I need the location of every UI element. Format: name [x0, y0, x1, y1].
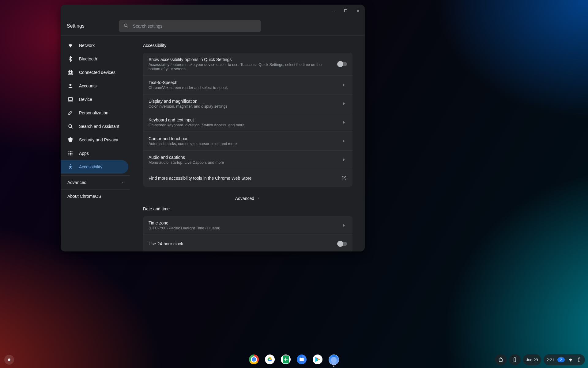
close-button[interactable]: [354, 6, 362, 15]
svg-point-15: [71, 154, 72, 155]
row-keyboard-text-input[interactable]: Keyboard and text input On-screen keyboa…: [143, 113, 352, 132]
sidebar-about-label: About ChromeOS: [67, 194, 101, 199]
section-title-accessibility: Accessibility: [143, 43, 352, 48]
app-settings[interactable]: [329, 355, 339, 365]
row-primary: Show accessibility options in Quick Sett…: [149, 57, 334, 62]
battery-icon: [576, 357, 582, 362]
tray-phone-hub-button[interactable]: [509, 354, 521, 365]
chevron-right-icon: [341, 101, 347, 107]
row-audio-captions[interactable]: Audio and captions Mono audio, startup, …: [143, 150, 352, 169]
sidebar-item-apps[interactable]: Apps: [61, 147, 128, 160]
chevron-right-icon: [341, 82, 347, 88]
row-chrome-web-store-link[interactable]: Find more accessibility tools in the Chr…: [143, 169, 352, 187]
chevron-right-icon: [341, 222, 347, 228]
row-secondary: On-screen keyboard, dictation, Switch Ac…: [149, 123, 244, 127]
tray-status-area[interactable]: 2:21 2: [544, 354, 585, 365]
advanced-label: Advanced: [235, 196, 254, 201]
accessibility-icon: [67, 164, 74, 170]
row-primary: Keyboard and text input: [149, 117, 244, 122]
system-tray: Jun 29 2:21 2: [495, 354, 585, 365]
row-time-zone[interactable]: Time zone (UTC-7:00) Pacific Daylight Ti…: [143, 216, 352, 235]
shelf-apps: [249, 355, 339, 365]
shield-icon: [67, 137, 74, 143]
page-title: Settings: [67, 23, 85, 29]
sidebar-item-label: Connected devices: [79, 70, 115, 75]
sidebar-advanced-toggle[interactable]: Advanced: [61, 175, 130, 189]
sidebar-item-search-assistant[interactable]: Search and Assistant: [61, 120, 128, 133]
svg-rect-17: [499, 359, 502, 362]
apps-icon: [67, 150, 74, 156]
brush-icon: [67, 110, 74, 116]
sidebar-item-personalization[interactable]: Personalization: [61, 106, 128, 120]
row-24-hour-clock: Use 24-hour clock: [143, 235, 352, 251]
svg-rect-19: [578, 358, 580, 362]
search-box[interactable]: [119, 20, 261, 32]
app-chrome[interactable]: [249, 355, 259, 364]
minimize-button[interactable]: [329, 6, 338, 15]
search-icon: [123, 23, 129, 29]
svg-rect-2: [70, 70, 72, 74]
sidebar-item-accounts[interactable]: Accounts: [61, 79, 128, 93]
app-play-store[interactable]: [313, 355, 322, 364]
bluetooth-icon: [67, 56, 74, 62]
sidebar-item-device[interactable]: Device: [61, 93, 128, 106]
sidebar-item-label: Accessibility: [79, 164, 102, 169]
content-area: Accessibility Show accessibility options…: [130, 36, 365, 251]
sidebar-item-label: Bluetooth: [79, 56, 97, 61]
search-icon: [67, 123, 74, 129]
sidebar-item-label: Device: [79, 97, 92, 102]
svg-point-13: [68, 154, 69, 155]
toggle-24-hour-clock[interactable]: [338, 242, 347, 246]
svg-point-12: [71, 153, 72, 154]
sidebar-item-connected-devices[interactable]: Connected devices: [61, 66, 128, 79]
svg-point-8: [70, 151, 71, 152]
content-advanced-toggle[interactable]: Advanced: [235, 196, 260, 201]
phone-icon: [512, 357, 518, 362]
app-files[interactable]: [297, 355, 307, 364]
sidebar-item-accessibility[interactable]: Accessibility: [61, 160, 128, 174]
sidebar-item-about-chromeos[interactable]: About ChromeOS: [61, 189, 130, 203]
tray-date[interactable]: Jun 29: [523, 354, 541, 365]
maximize-button[interactable]: [341, 6, 350, 15]
person-icon: [67, 83, 74, 89]
sidebar-item-security-privacy[interactable]: Security and Privacy: [61, 133, 128, 147]
svg-point-1: [124, 24, 127, 27]
accessibility-card: Show accessibility options in Quick Sett…: [143, 53, 352, 187]
svg-point-7: [68, 151, 69, 152]
shelf: Jun 29 2:21 2: [0, 351, 588, 368]
datetime-card: Time zone (UTC-7:00) Pacific Daylight Ti…: [143, 216, 352, 251]
tray-date-text: Jun 29: [526, 358, 538, 362]
row-secondary: Mono audio, startup, Live Caption, and m…: [149, 160, 224, 165]
row-secondary: (UTC-7:00) Pacific Daylight Time (Tijuan…: [149, 226, 220, 230]
devices-icon: [67, 69, 74, 75]
wifi-icon: [67, 42, 74, 48]
external-link-icon: [341, 175, 347, 181]
sidebar-item-bluetooth[interactable]: Bluetooth: [61, 52, 128, 66]
app-google-drive[interactable]: [265, 355, 275, 364]
tote-icon: [498, 357, 503, 362]
svg-rect-5: [68, 98, 72, 100]
chevron-right-icon: [341, 157, 347, 163]
tray-tote-button[interactable]: [495, 354, 507, 365]
svg-point-16: [70, 164, 71, 165]
row-text-to-speech[interactable]: Text-to-Speech ChromeVox screen reader a…: [143, 75, 352, 94]
svg-rect-3: [68, 72, 73, 75]
sidebar-item-label: Search and Assistant: [79, 124, 119, 129]
sidebar-item-network[interactable]: Network: [61, 39, 128, 52]
chevron-right-icon: [341, 119, 347, 125]
toggle-show-accessibility-quick-settings[interactable]: [338, 62, 347, 66]
row-secondary: ChromeVox screen reader and select-to-sp…: [149, 86, 228, 90]
row-primary: Text-to-Speech: [149, 80, 228, 85]
sidebar-item-label: Apps: [79, 151, 89, 156]
row-secondary: Accessibility features make your device …: [149, 63, 334, 71]
chevron-right-icon: [341, 138, 347, 144]
section-title-datetime: Date and time: [143, 206, 352, 211]
settings-window: Settings Network Bluetooth Connected dev…: [61, 5, 365, 251]
app-google-sheets[interactable]: [281, 355, 291, 364]
row-display-magnification[interactable]: Display and magnification Color inversio…: [143, 94, 352, 113]
launcher-button[interactable]: [4, 355, 14, 365]
search-input[interactable]: [132, 23, 257, 29]
row-cursor-touchpad[interactable]: Cursor and touchpad Automatic clicks, cu…: [143, 132, 352, 150]
row-secondary: Automatic clicks, cursor size, cursor co…: [149, 142, 237, 146]
row-primary: Use 24-hour clock: [149, 241, 183, 246]
